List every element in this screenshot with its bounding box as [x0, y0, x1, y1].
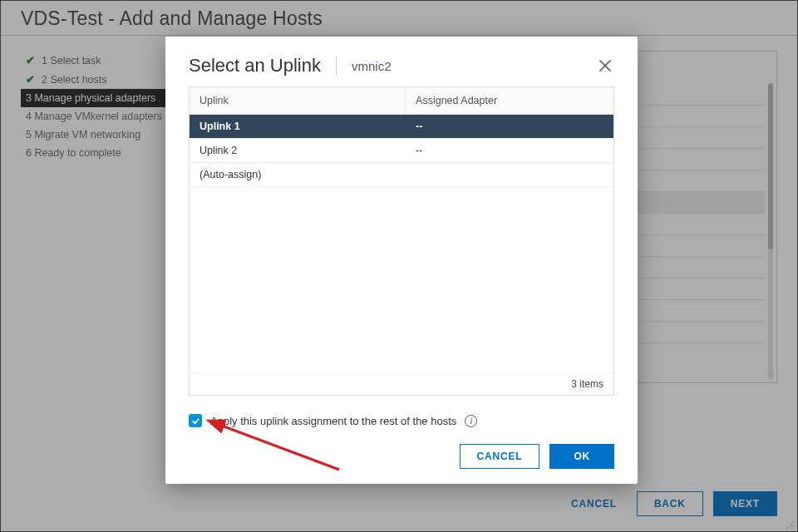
- table-row[interactable]: Uplink 2 --: [190, 139, 613, 163]
- uplink-table: Uplink Assigned Adapter Uplink 1 -- Upli…: [189, 86, 614, 396]
- apply-assignment-label: Apply this uplink assignment to the rest…: [210, 415, 456, 427]
- modal-title: Select an Uplink: [189, 55, 321, 76]
- select-uplink-modal: Select an Uplink vmnic2 Uplink Assigned …: [165, 37, 638, 484]
- modal-subtitle: vmnic2: [352, 59, 392, 73]
- close-icon[interactable]: [596, 57, 614, 75]
- cell-uplink: Uplink 1: [190, 115, 406, 138]
- info-icon[interactable]: i: [465, 415, 477, 427]
- table-footer-count: 3 items: [190, 372, 613, 395]
- cell-assigned: --: [406, 139, 613, 162]
- modal-ok-button[interactable]: OK: [549, 444, 614, 469]
- cell-assigned: [406, 163, 613, 186]
- cell-uplink: Uplink 2: [190, 139, 406, 162]
- modal-cancel-button[interactable]: CANCEL: [460, 444, 540, 469]
- table-row[interactable]: (Auto-assign): [190, 163, 613, 187]
- col-assigned-adapter[interactable]: Assigned Adapter: [406, 87, 613, 114]
- resize-grip-icon[interactable]: [786, 520, 795, 529]
- apply-assignment-checkbox[interactable]: [189, 414, 202, 427]
- cell-assigned: --: [406, 115, 613, 138]
- col-uplink[interactable]: Uplink: [190, 87, 406, 114]
- title-divider: [336, 57, 337, 75]
- cell-uplink: (Auto-assign): [190, 163, 406, 186]
- table-row[interactable]: Uplink 1 --: [190, 115, 613, 139]
